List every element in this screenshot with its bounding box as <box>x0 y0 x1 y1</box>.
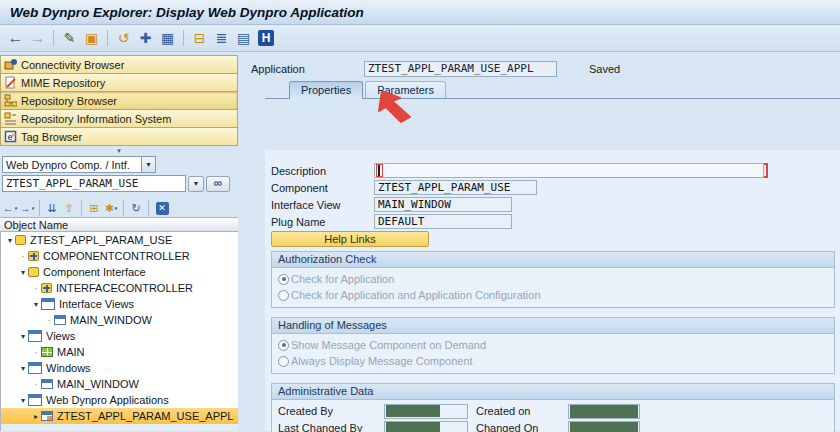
close-icon[interactable]: ✕ <box>153 200 169 216</box>
component-icon <box>15 235 26 245</box>
tree-row[interactable]: ▾ Component Interface <box>1 264 238 280</box>
tree-row[interactable]: ▾ ZTEST_APPL_PARAM_USE <box>1 232 238 248</box>
repository-information-system-icon <box>4 112 17 125</box>
interface-view-label: Interface View <box>271 199 374 211</box>
help-links-button[interactable]: Help Links <box>271 231 429 247</box>
title-bar: Web Dynpro Explorer: Display Web Dynpro … <box>0 0 840 25</box>
history-forward-icon[interactable]: →▾ <box>19 200 35 216</box>
panel-collapse-handle[interactable]: ▾ <box>0 146 238 155</box>
tree-row[interactable]: ▾ Views <box>1 328 238 344</box>
refresh-icon[interactable]: ↻ <box>128 200 144 216</box>
tree-row[interactable]: ▾ Web Dynpro Applications <box>1 392 238 408</box>
sidebar-item-mime-repository[interactable]: MIME Repository <box>0 73 238 92</box>
description-label: Description <box>271 165 374 177</box>
leaf-marker-icon: · <box>31 380 41 389</box>
expander-icon[interactable]: ▾ <box>18 396 28 405</box>
hierarchy-icon[interactable]: ⊟ <box>190 29 209 47</box>
copy-object-icon[interactable]: ▣ <box>82 29 101 47</box>
changed-on-label: Changed On <box>468 422 568 432</box>
radio-icon[interactable] <box>278 290 289 301</box>
component-row: Component ZTEST_APPL_PARAM_USE <box>271 180 840 195</box>
forward-icon[interactable]: → <box>28 29 47 47</box>
application-field[interactable]: ZTEST_APPL_PARAM_USE_APPL <box>364 61 557 77</box>
authorization-check-group: Authorization Check Check for Applicatio… <box>271 251 835 308</box>
hierarchy-insert-icon[interactable]: ⊞ <box>86 200 102 216</box>
sidebar-item-label: MIME Repository <box>21 77 105 89</box>
radio-selected-icon[interactable] <box>278 340 289 351</box>
window-stack-icon <box>28 362 42 374</box>
help-icon[interactable]: H <box>258 30 274 46</box>
sidebar-item-repository-browser[interactable]: Repository Browser <box>0 91 238 110</box>
tree-row[interactable]: · MAIN_WINDOW <box>1 312 238 328</box>
window-icon <box>54 315 66 325</box>
workspace: Connectivity Browser MIME Repository Rep… <box>0 52 840 431</box>
undo-icon[interactable]: ↺ <box>114 29 133 47</box>
radio-selected-icon[interactable] <box>278 274 289 285</box>
last-changed-by-row: Last Changed By Changed On <box>278 420 828 432</box>
redacted-value <box>386 405 440 417</box>
sidebar-item-label: Repository Information System <box>21 113 171 125</box>
expander-icon[interactable]: ▾ <box>5 236 15 245</box>
created-by-label: Created By <box>278 405 384 417</box>
object-list-icon[interactable]: ▤ <box>234 29 253 47</box>
toolbar-separator <box>183 30 184 46</box>
redacted-value <box>570 422 638 432</box>
collapse-all-icon[interactable]: ⇊ <box>44 200 60 216</box>
tree-row[interactable]: ▾ Interface Views <box>1 296 238 312</box>
window-stack-icon <box>28 330 42 342</box>
tree-row[interactable]: · MAIN <box>1 344 238 360</box>
leaf-marker-icon: · <box>44 316 54 325</box>
description-field[interactable] <box>374 163 764 178</box>
sidebar-item-connectivity-browser[interactable]: Connectivity Browser <box>0 55 238 74</box>
plug-name-field[interactable]: DEFAULT <box>374 214 512 229</box>
expander-icon[interactable]: ▾ <box>18 364 28 373</box>
repository-browser-icon <box>4 94 17 107</box>
component-label: Component <box>271 182 374 194</box>
tag-browser-icon: e <box>4 130 17 143</box>
component-field[interactable]: ZTEST_APPL_PARAM_USE <box>374 180 537 195</box>
properties-pane: Description Component ZTEST_APPL_PARAM_U… <box>265 150 840 431</box>
plug-name-row: Plug Name DEFAULT <box>271 214 840 229</box>
interface-view-field[interactable]: MAIN_WINDOW <box>374 197 512 212</box>
sidebar-item-repository-information-system[interactable]: Repository Information System <box>0 109 238 128</box>
tree-row[interactable]: · INTERFACECONTROLLER <box>1 280 238 296</box>
created-by-field <box>384 404 468 419</box>
toolbar-separator <box>81 200 82 216</box>
object-stack-icon[interactable]: ≣ <box>212 29 231 47</box>
description-row: Description <box>271 163 840 178</box>
tree-row[interactable]: · COMPONENTCONTROLLER <box>1 248 238 264</box>
tab-parameters[interactable]: Parameters <box>365 81 446 98</box>
sidebar-item-label: Connectivity Browser <box>21 59 124 71</box>
fullscreen-icon[interactable]: ✚ <box>136 29 155 47</box>
favorites-icon[interactable]: ✱▾ <box>103 200 119 216</box>
page-title: Web Dynpro Explorer: Display Web Dynpro … <box>10 5 364 20</box>
object-dropdown-icon[interactable]: ▾ <box>188 176 204 192</box>
object-category-select[interactable]: Web Dynpro Comp. / Intf. ▾ <box>2 156 156 173</box>
tab-properties[interactable]: Properties <box>289 81 363 99</box>
tree-row[interactable]: ▾ Windows <box>1 360 238 376</box>
redacted-value <box>386 422 440 432</box>
radio-icon[interactable] <box>278 356 289 367</box>
history-back-icon[interactable]: ←▾ <box>2 200 18 216</box>
chevron-down-icon[interactable]: ▾ <box>141 157 155 172</box>
object-tree: ▾ ZTEST_APPL_PARAM_USE · COMPONENTCONTRO… <box>0 232 238 431</box>
radio-row: Check for Application and Application Co… <box>278 287 828 303</box>
object-category-value: Web Dynpro Comp. / Intf. <box>3 159 141 171</box>
last-changed-by-field <box>384 421 468 432</box>
group-title: Handling of Messages <box>272 318 834 334</box>
handling-of-messages-group: Handling of Messages Show Message Compon… <box>271 317 835 374</box>
expander-icon[interactable]: ▾ <box>31 300 41 309</box>
back-icon[interactable]: ← <box>6 29 25 47</box>
expander-icon[interactable]: ▸ <box>31 412 41 421</box>
tree-row[interactable]: · MAIN_WINDOW <box>1 376 238 392</box>
sidebar-item-tag-browser[interactable]: e Tag Browser <box>0 127 238 146</box>
tree-toolbar: ←▾ →▾ ⇊ ⇧ ⊞ ✱▾ ↻ ✕ <box>0 199 238 217</box>
expander-icon[interactable]: ▾ <box>18 268 28 277</box>
expand-node-icon[interactable]: ⇧ <box>61 200 77 216</box>
expander-icon[interactable]: ▾ <box>18 332 28 341</box>
tree-row-selected[interactable]: ▸ ZTEST_APPL_PARAM_USE_APPL <box>1 408 238 424</box>
display-change-icon[interactable]: ✎ <box>60 29 79 47</box>
table-window-icon[interactable]: ▦ <box>158 29 177 47</box>
display-object-icon[interactable]: ∞ <box>206 176 230 192</box>
object-name-input[interactable]: ZTEST_APPL_PARAM_USE <box>2 175 186 192</box>
